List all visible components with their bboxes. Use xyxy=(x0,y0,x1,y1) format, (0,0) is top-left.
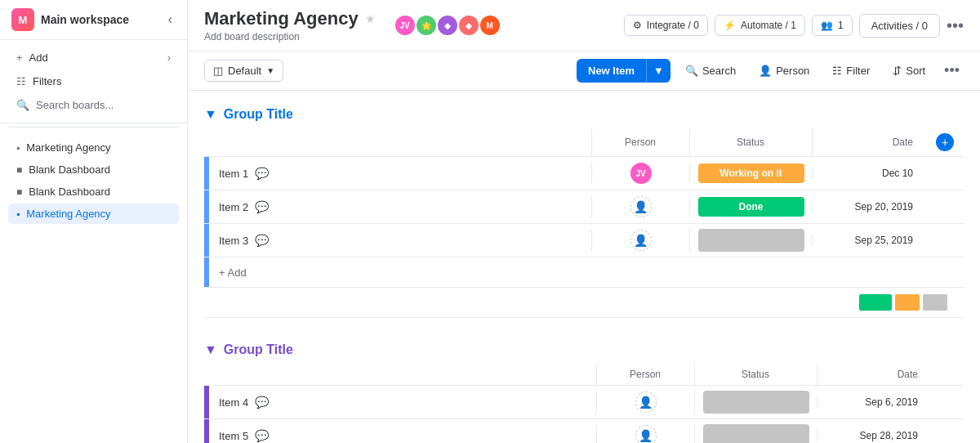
item-2-date: Sep 20, 2019 xyxy=(812,190,926,224)
search-button[interactable]: 🔍 Search xyxy=(677,60,744,81)
filter-button[interactable]: ☷ Filter xyxy=(824,60,878,81)
table-row: Item 2 💬 👤 Done xyxy=(204,190,964,224)
col-add xyxy=(931,364,964,386)
table-row: Item 1 💬 JV Working xyxy=(204,157,964,190)
filter-icon: ☷ xyxy=(832,65,842,77)
avatar-m: M xyxy=(479,14,501,37)
status-badge-working[interactable]: Working on it xyxy=(698,163,804,183)
item-1-name: Item 1 💬 xyxy=(209,167,591,180)
nav-item-label: Marketing Agency xyxy=(26,141,110,154)
comment-icon[interactable]: 💬 xyxy=(255,396,269,409)
summary-orange-bar xyxy=(895,294,920,311)
group-2-collapse-button[interactable]: ▼ xyxy=(204,342,217,357)
search-icon: 🔍 xyxy=(685,65,698,77)
person-icon: 👤 xyxy=(759,65,772,77)
members-label: 1 xyxy=(838,20,844,31)
members-button[interactable]: 👥 1 xyxy=(812,15,853,36)
avatar-jv: JV xyxy=(394,14,416,37)
table-row: Item 3 💬 👤 xyxy=(204,224,964,257)
topbar-more-button[interactable]: ••• xyxy=(947,16,964,35)
star-icon[interactable]: ★ xyxy=(365,12,376,25)
search-boards-label: Search boards... xyxy=(36,99,114,111)
col-add: + xyxy=(926,128,964,157)
item-1-label: Item 1 xyxy=(219,168,248,180)
sidebar-filters-button[interactable]: ☷ Filters xyxy=(8,70,179,92)
item-2-label: Item 2 xyxy=(219,201,248,213)
col-date: Date xyxy=(812,128,926,157)
activities-label: Activities / 0 xyxy=(871,20,928,32)
status-badge-empty[interactable] xyxy=(703,391,809,414)
item-5-cell: Item 5 💬 xyxy=(204,419,596,444)
status-badge-done[interactable]: Done xyxy=(698,197,804,217)
avatar-2: 🌟 xyxy=(415,14,438,37)
chevron-right-icon: › xyxy=(167,52,171,64)
board-title-row: Marketing Agency ★ xyxy=(204,8,376,29)
toolbar-more-button[interactable]: ••• xyxy=(940,58,964,83)
item-5-label: Item 5 xyxy=(219,430,248,442)
col-date: Date xyxy=(817,364,931,386)
add-item-button[interactable]: + Add xyxy=(209,266,256,279)
summary-gray-bar xyxy=(923,294,947,311)
col-person: Person xyxy=(591,128,689,157)
group-1-header: ▼ Group Title xyxy=(204,107,964,122)
table-row: Item 5 💬 👤 xyxy=(204,419,964,444)
table-row: Item 4 💬 👤 xyxy=(204,386,964,419)
nav-item-blank-dashboard-1[interactable]: ■ Blank Dashboard xyxy=(8,159,179,180)
sidebar-add-button[interactable]: + Add › xyxy=(8,47,179,69)
item-3-status xyxy=(689,224,812,257)
nav-item-marketing-agency-2[interactable]: ▪ Marketing Agency xyxy=(8,204,179,224)
summary-green-bar xyxy=(859,294,892,311)
person-placeholder: 👤 xyxy=(630,230,652,251)
search-label: Search xyxy=(702,65,736,77)
item-3-date: Sep 25, 2019 xyxy=(812,224,926,257)
person-avatar-jv: JV xyxy=(630,163,652,184)
chevron-down-icon: ▼ xyxy=(266,66,274,75)
col-item xyxy=(204,128,591,157)
group-2-title[interactable]: Group Title xyxy=(224,342,293,357)
item-4-date: Sep 6, 2019 xyxy=(817,386,931,419)
group-1-collapse-button[interactable]: ▼ xyxy=(204,107,217,122)
activities-button[interactable]: Activities / 0 xyxy=(859,14,940,38)
sidebar-search-boards[interactable]: 🔍 Search boards... xyxy=(8,94,179,116)
item-3-cell: Item 3 💬 xyxy=(204,224,591,257)
status-badge-empty[interactable] xyxy=(703,424,809,443)
sidebar-collapse-button[interactable]: ‹ xyxy=(165,9,176,30)
sort-label: Sort xyxy=(906,65,925,77)
item-4-name: Item 4 💬 xyxy=(209,396,596,409)
topbar: Marketing Agency ★ Add board description… xyxy=(188,0,980,51)
members-icon: 👥 xyxy=(821,20,833,31)
board-title: Marketing Agency xyxy=(204,8,359,29)
item-5-status xyxy=(694,419,817,444)
filter-label: Filter xyxy=(846,65,870,77)
new-item-button[interactable]: New Item ▼ xyxy=(577,59,670,83)
sort-button[interactable]: ⇵ Sort xyxy=(884,60,933,81)
add-column-button[interactable]: + xyxy=(936,133,954,151)
nav-item-blank-dashboard-2[interactable]: ■ Blank Dashboard xyxy=(8,181,179,202)
item-4-cell: Item 4 💬 xyxy=(204,386,596,419)
person-filter-button[interactable]: 👤 Person xyxy=(751,60,817,81)
board-icon: ▪ xyxy=(16,142,20,154)
view-selector[interactable]: ◫ Default ▼ xyxy=(204,60,283,82)
toolbar: ◫ Default ▼ New Item ▼ 🔍 Search 👤 Person… xyxy=(188,51,980,91)
col-status: Status xyxy=(689,128,812,157)
group-1-table: Person Status Date + xyxy=(204,128,964,318)
integrate-button[interactable]: ⚙ Integrate / 0 xyxy=(624,15,708,36)
board-icon: ■ xyxy=(16,164,22,176)
comment-icon[interactable]: 💬 xyxy=(255,234,269,247)
item-2-cell: Item 2 💬 xyxy=(204,190,591,224)
comment-icon[interactable]: 💬 xyxy=(255,200,269,213)
status-badge-empty[interactable] xyxy=(698,229,804,252)
group-1-title[interactable]: Group Title xyxy=(224,107,293,122)
item-3-name: Item 3 💬 xyxy=(209,234,591,247)
automate-label: Automate / 1 xyxy=(741,20,796,31)
new-item-dropdown-icon[interactable]: ▼ xyxy=(646,59,670,83)
nav-item-marketing-agency-1[interactable]: ▪ Marketing Agency xyxy=(8,137,179,158)
comment-icon[interactable]: 💬 xyxy=(255,429,269,442)
filters-label: Filters xyxy=(33,75,61,87)
item-3-person: 👤 xyxy=(591,224,689,257)
automate-button[interactable]: ⚡ Automate / 1 xyxy=(715,15,805,36)
nav-item-label: Blank Dashboard xyxy=(29,163,110,176)
board-subtitle[interactable]: Add board description xyxy=(204,31,376,43)
add-item-row: + Add xyxy=(204,257,964,288)
comment-icon[interactable]: 💬 xyxy=(255,167,269,180)
